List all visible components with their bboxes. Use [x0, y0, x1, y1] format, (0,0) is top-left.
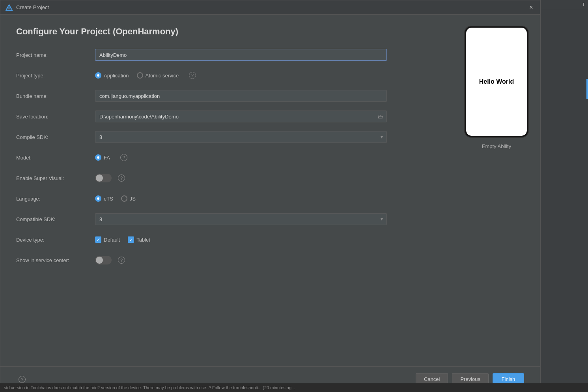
enable-super-visual-label: Enable Super Visual: — [16, 175, 95, 181]
compile-sdk-control: 8 ▾ — [95, 131, 387, 143]
editor-tab: T — [540, 0, 588, 9]
project-type-row: Project type: Application Atomic service… — [16, 69, 437, 82]
close-button[interactable]: × — [527, 4, 535, 11]
bundle-name-row: Bundle name: — [16, 90, 437, 102]
service-center-help-icon[interactable]: ? — [118, 257, 125, 264]
language-label: Language: — [16, 196, 95, 202]
application-label: Application — [104, 73, 129, 79]
application-radio[interactable] — [95, 72, 101, 79]
project-name-row: Project name: — [16, 49, 437, 61]
super-visual-toggle-knob — [96, 174, 103, 182]
status-bar-text: std version in Toolchains does not match… — [4, 385, 295, 390]
language-control: eTS JS — [95, 195, 387, 202]
super-visual-toggle[interactable] — [95, 174, 112, 182]
save-location-label: Save location: — [16, 114, 95, 120]
tablet-label: Tablet — [136, 237, 150, 243]
model-row: Model: FA ? — [16, 151, 437, 164]
project-type-radio-group: Application Atomic service ? — [95, 72, 387, 79]
project-name-label: Project name: — [16, 52, 95, 58]
atomic-label: Atomic service — [146, 73, 179, 79]
js-label: JS — [130, 196, 136, 202]
status-bar: std version in Toolchains does not match… — [0, 383, 588, 392]
js-radio[interactable] — [121, 195, 127, 202]
create-project-dialog: Create Project × Configure Your Project … — [0, 0, 540, 392]
model-radio-group: FA ? — [95, 154, 387, 161]
project-type-control: Application Atomic service ? — [95, 72, 387, 79]
compatible-sdk-row: Compatible SDK: 8 ▾ — [16, 213, 437, 225]
save-location-field: 🗁 — [95, 111, 387, 122]
default-label: Default — [104, 237, 120, 243]
device-tablet[interactable]: ✓ Tablet — [128, 236, 150, 243]
project-type-atomic[interactable]: Atomic service — [137, 72, 179, 79]
dialog-content: Configure Your Project (OpenHarmony) Pro… — [0, 15, 540, 366]
model-control: FA ? — [95, 154, 387, 161]
super-visual-help-icon[interactable]: ? — [118, 174, 125, 182]
browse-folder-button[interactable]: 🗁 — [375, 112, 386, 121]
preview-label: Empty Ability — [482, 143, 511, 149]
default-checkbox[interactable]: ✓ — [95, 236, 101, 243]
compatible-sdk-label: Compatible SDK: — [16, 216, 95, 222]
compile-sdk-wrapper: 8 ▾ — [95, 131, 387, 143]
dialog-title: Create Project — [16, 4, 527, 10]
tablet-checkbox[interactable]: ✓ — [128, 236, 134, 243]
ets-label: eTS — [104, 196, 113, 202]
bundle-name-input[interactable] — [95, 90, 387, 102]
show-service-center-control: ? — [95, 256, 387, 264]
save-location-row: Save location: 🗁 — [16, 110, 437, 123]
compatible-sdk-select[interactable]: 8 — [95, 213, 387, 225]
device-type-checkbox-group: ✓ Default ✓ Tablet — [95, 236, 387, 243]
atomic-radio[interactable] — [137, 72, 143, 79]
project-type-label: Project type: — [16, 73, 95, 79]
save-location-input[interactable] — [95, 112, 375, 122]
project-name-control — [95, 49, 387, 61]
device-type-control: ✓ Default ✓ Tablet — [95, 236, 387, 243]
page-heading: Configure Your Project (OpenHarmony) — [16, 26, 437, 37]
service-center-toggle[interactable] — [95, 256, 112, 264]
compile-sdk-label: Compile SDK: — [16, 134, 95, 140]
model-help-icon[interactable]: ? — [120, 154, 127, 161]
service-center-toggle-knob — [96, 257, 103, 264]
compile-sdk-row: Compile SDK: 8 ▾ — [16, 131, 437, 143]
language-js[interactable]: JS — [121, 195, 136, 202]
show-service-center-label: Show in service center: — [16, 257, 95, 263]
save-location-control: 🗁 — [95, 111, 387, 122]
phone-screen-text: Hello World — [479, 78, 514, 85]
show-service-center-row: Show in service center: ? — [16, 254, 437, 266]
sidebar-accent-bar — [586, 79, 588, 99]
preview-section: Hello World Empty Ability — [453, 15, 540, 366]
device-type-label: Device type: — [16, 237, 95, 243]
fa-label: FA — [104, 155, 110, 161]
model-label: Model: — [16, 155, 95, 161]
phone-screen: Hello World — [466, 28, 527, 136]
project-name-input[interactable] — [95, 49, 387, 61]
ets-radio[interactable] — [95, 195, 101, 202]
footer-help-icon[interactable]: ? — [19, 376, 26, 383]
device-type-row: Device type: ✓ Default ✓ Tablet — [16, 233, 437, 246]
language-radio-group: eTS JS — [95, 195, 387, 202]
form-section: Configure Your Project (OpenHarmony) Pro… — [0, 15, 453, 366]
language-ets[interactable]: eTS — [95, 195, 113, 202]
bundle-name-control — [95, 90, 387, 102]
device-default[interactable]: ✓ Default — [95, 236, 120, 243]
phone-preview: Hello World — [465, 26, 528, 137]
footer-help: ? — [16, 376, 416, 383]
fa-radio[interactable] — [95, 154, 101, 161]
background-editor: T — [540, 0, 588, 392]
compile-sdk-select[interactable]: 8 — [95, 131, 387, 143]
enable-super-visual-control: ? — [95, 174, 387, 182]
app-logo-icon — [5, 4, 13, 11]
compatible-sdk-control: 8 ▾ — [95, 213, 387, 225]
dialog-titlebar: Create Project × — [0, 0, 540, 15]
enable-super-visual-row: Enable Super Visual: ? — [16, 172, 437, 184]
language-row: Language: eTS JS — [16, 192, 437, 205]
compatible-sdk-wrapper: 8 ▾ — [95, 213, 387, 225]
bundle-name-label: Bundle name: — [16, 93, 95, 99]
model-fa[interactable]: FA — [95, 154, 110, 161]
project-type-help-icon[interactable]: ? — [189, 72, 196, 79]
project-type-application[interactable]: Application — [95, 72, 129, 79]
